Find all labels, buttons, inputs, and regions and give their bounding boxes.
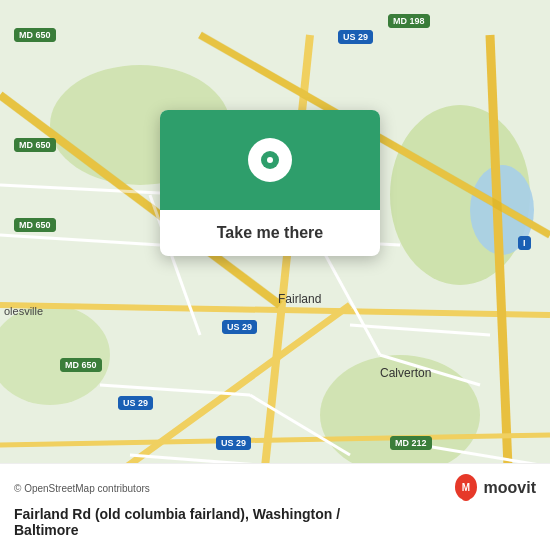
svg-text:Calverton: Calverton [380, 366, 431, 380]
popup-card-bottom: Take me there [160, 210, 380, 256]
bottom-bar-top-row: © OpenStreetMap contributors M moovit [14, 474, 536, 502]
badge-us29-bot2: US 29 [216, 436, 251, 450]
moovit-logo: M moovit [452, 474, 536, 502]
badge-md650-bot: MD 650 [60, 358, 102, 372]
badge-us29-mid: US 29 [222, 320, 257, 334]
svg-text:olesville: olesville [4, 305, 43, 317]
badge-md650-mid: MD 650 [14, 138, 56, 152]
svg-text:Fairland: Fairland [278, 292, 321, 306]
badge-md212: MD 212 [390, 436, 432, 450]
badge-us29-bot: US 29 [118, 396, 153, 410]
take-me-there-button[interactable]: Take me there [217, 224, 323, 242]
location-subtitle-text: Baltimore [14, 522, 79, 538]
popup-card: Take me there [160, 110, 380, 256]
moovit-icon: M [452, 474, 480, 502]
badge-i: I [518, 236, 531, 250]
map-container: Fairland Calverton olesville MD 650 MD 1… [0, 0, 550, 550]
badge-md650-mid2: MD 650 [14, 218, 56, 232]
badge-us29-top: US 29 [338, 30, 373, 44]
svg-point-30 [462, 495, 470, 501]
popup-card-top [160, 110, 380, 210]
badge-md198: MD 198 [388, 14, 430, 28]
location-pin-dot [261, 151, 279, 169]
location-title: Fairland Rd (old columbia fairland), Was… [14, 506, 536, 538]
location-title-text: Fairland Rd (old columbia fairland), Was… [14, 506, 340, 522]
osm-attribution: © OpenStreetMap contributors [14, 483, 150, 494]
bottom-bar: © OpenStreetMap contributors M moovit Fa… [0, 463, 550, 550]
moovit-text: moovit [484, 479, 536, 497]
location-pin-outer [248, 138, 292, 182]
badge-md650-top: MD 650 [14, 28, 56, 42]
svg-text:M: M [461, 482, 469, 493]
